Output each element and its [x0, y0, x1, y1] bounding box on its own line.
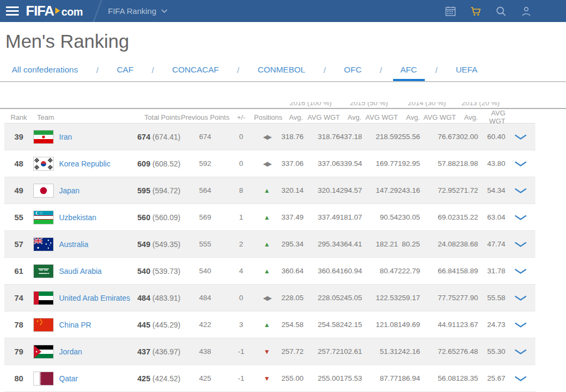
expand-row-chevron-icon[interactable]: [505, 347, 535, 357]
avg-2016: 228.05: [281, 294, 303, 302]
breadcrumb[interactable]: FIFA Ranking: [108, 6, 168, 16]
total-points: 560 (560.09): [133, 213, 180, 222]
tab-conmebol[interactable]: CONMEBOL: [250, 64, 313, 81]
expand-row-chevron-icon[interactable]: [505, 374, 535, 383]
total-points: 609 (608.52): [133, 159, 180, 168]
rank-value: 48: [4, 159, 33, 168]
previous-points: 422: [180, 321, 230, 329]
team-flag: [33, 237, 59, 251]
col-header-avg-2014[interactable]: Avg.: [398, 113, 420, 121]
tab-caf[interactable]: CAF: [109, 64, 141, 81]
user-icon[interactable]: [521, 6, 532, 17]
australia-flag-icon: [33, 237, 54, 251]
col-header-avgwgt-2013[interactable]: AVG WGT: [478, 109, 505, 125]
position-change-icon: ▲: [252, 267, 281, 275]
col-header-rank[interactable]: Rank: [4, 113, 33, 121]
tab-afc[interactable]: AFC: [393, 64, 425, 81]
table-row: 55 Uzbekistan 560 (560.09) 569 1 ▲ 337.4…: [4, 204, 535, 231]
team-link[interactable]: Qatar: [59, 374, 78, 383]
team-name-link: Jordan: [59, 347, 133, 357]
tab-all-confederations[interactable]: All confederations: [4, 64, 85, 81]
total-points: 425 (424.52): [133, 374, 180, 383]
avgwgt-2015: 122.53: [361, 294, 398, 302]
expand-row-chevron-icon[interactable]: [505, 293, 535, 303]
team-link[interactable]: Saudi Arabia: [59, 267, 101, 275]
avgwgt-2014: 69.02: [420, 213, 456, 221]
previous-points: 540: [180, 267, 230, 275]
total-points-value: 674: [137, 133, 150, 141]
plus-minus-value: 1: [230, 213, 252, 221]
avgwgt-2014: 44.91: [420, 321, 456, 329]
expand-row-chevron-icon[interactable]: [505, 239, 535, 249]
team-link[interactable]: Iran: [59, 133, 72, 141]
team-link[interactable]: Uzbekistan: [59, 213, 96, 222]
team-flag: [33, 345, 59, 359]
expand-row-chevron-icon[interactable]: [505, 159, 535, 169]
col-header-previous-points[interactable]: Previous Points: [180, 113, 230, 121]
tab-uefa[interactable]: UEFA: [448, 64, 485, 81]
plus-minus-value: 0: [230, 159, 252, 168]
total-points-value: 425: [137, 374, 150, 383]
table-row: 39 Iran 674 (674.41) 674 0 ◀▶ 318.76 318…: [4, 124, 535, 150]
col-header-positions[interactable]: Positions: [252, 113, 281, 121]
col-header-avgwgt-2015[interactable]: AVG WGT: [361, 113, 398, 121]
col-header-avg-2016[interactable]: Avg.: [281, 113, 303, 121]
total-points-exact: (594.72): [153, 186, 180, 195]
down-arrow-icon: ▼: [264, 375, 270, 382]
avgwgt-2015: 147.29: [361, 186, 398, 194]
avgwgt-2013: 55.30: [478, 347, 505, 355]
avg-2013: 315.22: [456, 213, 478, 221]
table-row: 74 United Arab Emirates 484 (483.91) 484…: [4, 285, 535, 311]
table-row: 78 China PR 445 (445.29) 422 3 ▲ 254.58 …: [4, 311, 535, 338]
team-name-link: Qatar: [59, 374, 133, 383]
calendar-icon[interactable]: [445, 6, 456, 17]
avgwgt-2016: 318.76: [303, 133, 340, 141]
tab-separator: /: [323, 66, 325, 81]
team-name-link: Japan: [59, 186, 133, 195]
expand-row-chevron-icon[interactable]: [505, 213, 535, 222]
team-flag: [33, 372, 59, 386]
korea-flag-icon: [33, 157, 54, 171]
fifa-logo[interactable]: FIFA com: [26, 3, 83, 19]
team-link[interactable]: Jordan: [59, 347, 82, 356]
total-points-value: 549: [137, 240, 150, 249]
col-header-total-points[interactable]: Total Points: [133, 113, 180, 121]
tab-ofc[interactable]: OFC: [337, 64, 369, 81]
col-header-avg-2013[interactable]: Avg.: [456, 113, 478, 121]
team-flag: [33, 264, 59, 278]
team-link[interactable]: United Arab Emirates: [59, 294, 130, 302]
avg-2016: 255.00: [281, 374, 303, 382]
avg-2015: 160.94: [340, 267, 361, 275]
total-points: 540 (539.73): [133, 267, 180, 275]
menu-icon[interactable]: [6, 6, 19, 16]
expand-row-chevron-icon[interactable]: [505, 266, 535, 276]
rank-value: 78: [4, 320, 33, 329]
team-link[interactable]: Korea Republic: [59, 159, 111, 168]
team-link[interactable]: China PR: [59, 321, 91, 329]
avg-2014: 242.16: [398, 347, 420, 355]
avg-2014: 259.17: [398, 294, 420, 302]
search-icon[interactable]: [496, 6, 506, 17]
col-header-plus-minus[interactable]: +/-: [230, 113, 252, 121]
total-points-exact: (445.29): [153, 321, 180, 329]
col-header-avg-2015[interactable]: Avg.: [340, 113, 361, 121]
team-name-link: China PR: [59, 320, 133, 330]
col-header-avgwgt-2014[interactable]: AVG WGT: [420, 113, 456, 121]
col-header-avgwgt-2016[interactable]: AVG WGT: [303, 113, 340, 121]
shopping-cart-icon[interactable]: [470, 6, 481, 17]
tab-concacaf[interactable]: CONCACAF: [165, 64, 227, 81]
expand-row-chevron-icon[interactable]: [505, 132, 535, 142]
team-link[interactable]: Australia: [59, 240, 88, 249]
chevron-down-icon: [161, 9, 168, 13]
rank-value: 39: [4, 132, 33, 141]
col-header-team[interactable]: Team: [33, 113, 133, 121]
team-link[interactable]: Japan: [59, 186, 79, 195]
previous-points: 555: [180, 240, 230, 248]
expand-row-chevron-icon[interactable]: [505, 186, 535, 195]
table-row: 49 Japan 595 (594.72) 564 8 ▲ 320.14 320…: [4, 177, 535, 204]
avg-2013: 271.72: [456, 186, 478, 194]
avg-2013: 238.68: [456, 240, 478, 248]
team-name-link: Iran: [59, 132, 133, 142]
expand-row-chevron-icon[interactable]: [505, 320, 535, 330]
avg-2015: 364.41: [340, 240, 361, 248]
